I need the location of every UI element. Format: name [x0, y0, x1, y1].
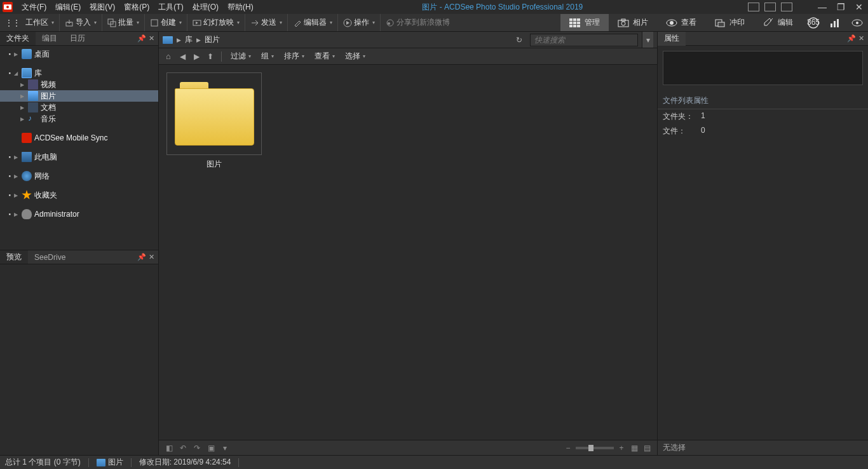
caret-icon[interactable]: ▶ [19, 93, 25, 99]
caret-icon[interactable]: ▶ [19, 116, 25, 122]
create-button[interactable]: 创建▾ [147, 16, 184, 29]
mode-manage[interactable]: 管理 [560, 14, 609, 31]
tab-seedrive[interactable]: SeeDrive [28, 250, 72, 264]
share-weibo-button[interactable]: 分享到新浪微博 [383, 16, 452, 29]
zoom-slider[interactable] [576, 447, 614, 449]
menu-process[interactable]: 处理(O) [189, 1, 222, 14]
svg-rect-16 [569, 25, 573, 27]
tab-preview[interactable]: 预览 [0, 250, 28, 264]
close-icon[interactable]: ✕ [853, 2, 865, 12]
mode-dashboard-icon[interactable] [825, 14, 846, 31]
thumbnail-label: 图片 [207, 155, 222, 173]
tree-music[interactable]: ▶ ♪ 音乐 [0, 113, 158, 125]
caret-icon[interactable]: ▶ [13, 212, 19, 217]
mode-develop[interactable]: 冲印 [705, 14, 754, 31]
caret-icon[interactable]: ▶ [13, 193, 19, 198]
nav-forward-icon[interactable]: ▶ [191, 51, 202, 62]
pictures-icon [28, 91, 38, 101]
tab-catalog[interactable]: 编目 [36, 32, 64, 45]
tree-mobile-sync[interactable]: ACDSee Mobile Sync [0, 132, 158, 144]
minimize-icon[interactable]: — [815, 2, 829, 12]
thumbnail-area[interactable]: 图片 [159, 65, 657, 440]
close-panel-icon[interactable]: ✕ [149, 253, 154, 261]
caret-icon[interactable]: ◢ [13, 71, 19, 76]
select-button[interactable]: 选择▾ [341, 50, 369, 63]
search-dropdown[interactable]: ▾ [642, 32, 653, 48]
menu-help[interactable]: 帮助(H) [224, 1, 257, 14]
tree-pictures[interactable]: ▶ 图片 [0, 90, 158, 102]
breadcrumb-pictures[interactable]: 图片 [205, 34, 220, 45]
menu-panes[interactable]: 窗格(P) [120, 1, 153, 14]
menu-view[interactable]: 视图(V) [86, 1, 119, 14]
chevron-right-icon: ▶ [177, 37, 181, 43]
sort-button[interactable]: 排序▾ [280, 50, 308, 63]
layout-3-icon[interactable] [781, 3, 792, 11]
group-button[interactable]: 组▾ [257, 50, 278, 63]
zoom-in-icon[interactable]: + [616, 443, 627, 453]
filter-button[interactable]: 过滤▾ [227, 50, 255, 63]
tag-icon[interactable]: ◧ [164, 443, 174, 453]
zoom-out-icon[interactable]: − [563, 443, 573, 453]
workspace-button[interactable]: 工作区▾ [23, 16, 57, 29]
tree-video[interactable]: ▶ 视频 [0, 79, 158, 90]
view-thumb-icon[interactable]: ▦ [629, 443, 639, 453]
caret-icon[interactable]: ▶ [13, 154, 19, 160]
svg-rect-17 [573, 25, 576, 27]
rotate-right-icon[interactable]: ↷ [192, 443, 202, 453]
rotate-left-icon[interactable]: ↶ [178, 443, 188, 453]
mode-sync-icon[interactable] [846, 14, 868, 31]
tree-administrator[interactable]: ▪ ▶ Administrator [0, 208, 158, 220]
tree-documents[interactable]: ▶ 文档 [0, 102, 158, 113]
menu-edit[interactable]: 编辑(E) [51, 1, 85, 14]
handle-icon[interactable]: ⋮⋮ [3, 17, 23, 29]
svg-point-1 [6, 6, 9, 8]
tree-desktop[interactable]: ▪ ▶ 桌面 [0, 48, 158, 60]
caret-icon[interactable]: ▶ [13, 173, 19, 179]
batch-button[interactable]: 批量▾ [105, 16, 142, 29]
editor-button[interactable]: 编辑器▾ [290, 16, 335, 29]
mode-view[interactable]: 查看 [657, 14, 705, 31]
action-button[interactable]: 操作▾ [341, 16, 377, 29]
menu-file[interactable]: 文件(F) [18, 1, 50, 14]
slideshow-button[interactable]: 幻灯放映▾ [190, 16, 242, 29]
tab-folders[interactable]: 文件夹 [0, 32, 36, 45]
mode-photo[interactable]: 相片 [609, 14, 657, 31]
pin-icon[interactable]: 📌 [137, 253, 146, 261]
close-panel-icon[interactable]: ✕ [149, 34, 154, 43]
tab-properties[interactable]: 属性 [658, 32, 686, 46]
tab-calendar[interactable]: 日历 [64, 32, 92, 45]
caret-icon[interactable]: ▶ [13, 51, 19, 57]
pin-icon[interactable]: 📌 [847, 34, 856, 43]
close-panel-icon[interactable]: ✕ [858, 34, 864, 43]
folder-thumbnail[interactable]: 图片 [166, 72, 262, 173]
import-button[interactable]: 导入▾ [62, 16, 99, 29]
tree-network[interactable]: ▪ ▶ 网络 [0, 170, 158, 182]
star-icon [22, 190, 32, 200]
more-icon[interactable]: ▾ [220, 443, 230, 453]
compare-icon[interactable]: ▣ [206, 443, 216, 453]
search-input[interactable] [531, 36, 637, 44]
menu-tools[interactable]: 工具(T) [154, 1, 187, 14]
nav-up-icon[interactable]: ⬆ [205, 51, 216, 62]
layout-1-icon[interactable] [748, 3, 759, 11]
view-button[interactable]: 查看▾ [311, 50, 339, 63]
svg-rect-11 [573, 18, 576, 21]
caret-icon[interactable]: ▶ [19, 82, 25, 88]
layout-2-icon[interactable] [764, 3, 776, 11]
home-icon[interactable]: ⌂ [163, 51, 174, 62]
pin-icon[interactable]: 📌 [137, 34, 146, 43]
send-button[interactable]: 发送▾ [248, 16, 285, 29]
mode-edit[interactable]: 编辑 [754, 14, 802, 31]
mode-365-icon[interactable]: 365 [802, 14, 825, 31]
refresh-icon[interactable]: ↻ [512, 36, 526, 44]
tree-library[interactable]: ▪ ◢ 库 [0, 67, 158, 79]
svg-rect-5 [151, 20, 158, 26]
maximize-icon[interactable]: ❐ [834, 2, 848, 12]
breadcrumb-library[interactable]: 库 [185, 34, 193, 45]
tree-this-pc[interactable]: ▪ ▶ 此电脑 [0, 151, 158, 163]
view-detail-icon[interactable]: ▤ [642, 443, 652, 453]
nav-back-icon[interactable]: ◀ [177, 51, 188, 62]
tree-favorites[interactable]: ▪ ▶ 收藏夹 [0, 189, 158, 201]
caret-icon[interactable]: ▶ [19, 105, 25, 111]
arrow-icon: ▪ [6, 192, 13, 198]
